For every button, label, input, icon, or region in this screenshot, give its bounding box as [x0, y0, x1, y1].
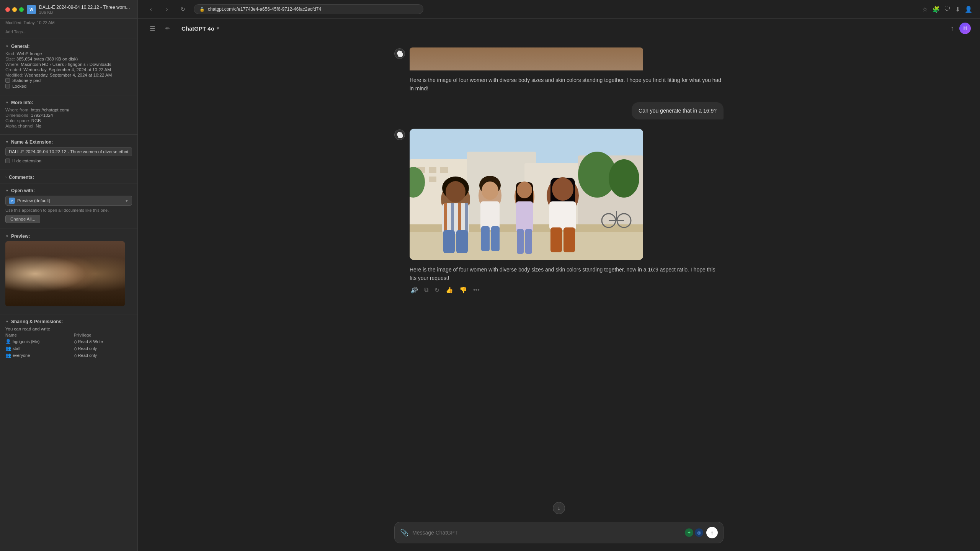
tool-icons: ✦ ◎ [685, 528, 703, 537]
thumbs-up-button[interactable]: 👍 [445, 286, 454, 294]
file-info-panel: W DALL-E 2024-09-04 10.22.12 - Three wom… [0, 0, 138, 551]
open-with-label: Open with: [11, 188, 35, 193]
model-chevron-icon: ▾ [217, 26, 219, 31]
assistant-text-0: Here is the image of four women with div… [410, 76, 724, 93]
modified-row: Modified: Wednesday, September 4, 2024 a… [5, 73, 132, 77]
bookmark-icon[interactable]: ☆ [922, 6, 928, 13]
svg-rect-36 [525, 229, 532, 254]
app-icon: P [9, 198, 15, 204]
user-profile-icon[interactable]: 👤 [965, 6, 972, 13]
chat-scroll-area[interactable]: Here is the image of four women with div… [138, 38, 980, 499]
message-assistant-2: Here is the image of four women with div… [394, 129, 724, 294]
generated-image-16-9[interactable] [410, 129, 643, 260]
sidebar-toggle-button[interactable]: ☰ [147, 23, 158, 34]
svg-rect-21 [458, 203, 461, 234]
filename-label: DALL-E 2024-09-04 10.22.12 - Three wom..… [39, 5, 132, 10]
chevron-icon: ▼ [5, 44, 9, 48]
locked-checkbox[interactable] [5, 84, 10, 88]
svg-point-11 [609, 159, 639, 198]
svg-point-17 [446, 181, 466, 203]
assistant-text-2: Here is the image of four women with div… [410, 265, 724, 283]
close-button[interactable] [5, 7, 10, 12]
sharing-info: You can read and write [5, 327, 132, 331]
url-bar[interactable]: 🔒 chatgpt.com/c/e17743e4-a656-45f6-9712-… [194, 4, 423, 14]
hide-ext-row: Hide extension [5, 159, 132, 163]
perm-row-staff: 👥staff ◇ Read only [5, 345, 132, 352]
svg-rect-22 [465, 203, 468, 234]
copy-button[interactable]: ⧉ [423, 286, 429, 294]
more-info-content: Where from: https://chatgpt.com/ Dimensi… [0, 107, 137, 133]
add-tags-button[interactable]: Add Tags... [0, 28, 137, 37]
thumbs-down-button[interactable]: 👎 [459, 286, 468, 294]
perm-user-priv: ◇ Read & Write [74, 338, 132, 345]
more-info-section-header[interactable]: ▼ More Info: [0, 97, 137, 107]
image-svg [410, 129, 643, 260]
more-button[interactable]: ••• [472, 286, 480, 294]
tool-green-icon[interactable]: ✦ [685, 528, 693, 537]
perm-user-name: 👤hgrigonis (Me) [5, 338, 74, 345]
scroll-down-button[interactable]: ↓ [553, 502, 565, 514]
hide-ext-checkbox[interactable] [5, 159, 10, 163]
chatgpt-avatar [394, 48, 405, 59]
app-selector[interactable]: P Preview (default) ▼ [5, 196, 132, 206]
alpha-row: Alpha channel: No [5, 124, 132, 128]
message-input[interactable] [412, 530, 681, 536]
user-avatar[interactable]: H [959, 23, 971, 34]
svg-rect-29 [481, 226, 490, 251]
svg-rect-30 [491, 226, 500, 251]
perm-staff-name: 👥staff [5, 345, 74, 352]
scroll-down-area: ↓ [138, 499, 980, 517]
regenerate-button[interactable]: ↻ [434, 286, 440, 294]
forward-button[interactable]: › [162, 4, 172, 15]
filename-input[interactable]: DALL-E 2024-09-04 10.22.12 - Three women… [5, 147, 132, 156]
preview-section-header[interactable]: ▼ Preview: [0, 231, 137, 240]
svg-rect-19 [444, 203, 447, 234]
perm-header-row: Name Privilege [5, 332, 132, 338]
model-selector[interactable]: ChatGPT 4o ▾ [178, 23, 223, 34]
message-user-1: Can you generate that in a 16:9? [632, 102, 724, 119]
send-button[interactable]: ↑ [706, 527, 718, 538]
svg-rect-41 [550, 227, 562, 252]
main-panel: ‹ › ↻ 🔒 chatgpt.com/c/e17743e4-a656-45f6… [138, 0, 980, 551]
file-type-icon: W [27, 5, 36, 14]
general-section-header[interactable]: ▼ General: [0, 41, 137, 51]
chevron-icon: ▼ [5, 101, 9, 105]
name-ext-section-header[interactable]: ▼ Name & Extension: [0, 136, 137, 146]
assistant-row-0: Here is the image of four women with div… [394, 47, 724, 93]
svg-rect-34 [516, 201, 533, 232]
sharing-section-header[interactable]: ▼ Sharing & Permissions: [0, 316, 137, 326]
profile-icon[interactable]: 🛡 [944, 6, 951, 13]
chevron-icon: ▼ [5, 140, 9, 144]
kind-row: Kind: WebP Image [5, 51, 132, 56]
comments-section-header[interactable]: › Comments: [0, 172, 137, 181]
tool-blue-icon[interactable]: ◎ [695, 528, 703, 537]
maximize-button[interactable] [19, 7, 24, 12]
change-all-button[interactable]: Change All... [5, 215, 40, 223]
user-bubble-1: Can you generate that in a 16:9? [632, 102, 724, 119]
share-button[interactable]: ↑ [951, 25, 954, 33]
chat-header-right: ↑ H [951, 23, 971, 34]
chevron-icon: ▼ [5, 234, 9, 238]
assistant-row-2: Here is the image of four women with div… [394, 129, 724, 294]
stationery-checkbox[interactable] [5, 78, 10, 83]
edit-button[interactable]: ✏ [162, 23, 173, 34]
reload-button[interactable]: ↻ [178, 4, 188, 15]
traffic-lights [5, 7, 24, 12]
attach-button[interactable]: 📎 [400, 528, 408, 537]
where-row: Where: Macintosh HD › Users › hgrigonis … [5, 62, 132, 67]
chat-inner: Here is the image of four women with div… [394, 47, 724, 294]
svg-rect-24 [456, 230, 468, 253]
preview-image-content [5, 241, 125, 306]
perm-row-everyone: 👥everyone ◇ Read only [5, 352, 132, 359]
audio-button[interactable]: 🔊 [410, 286, 419, 294]
perm-everyone-name: 👥everyone [5, 352, 74, 359]
back-button[interactable]: ‹ [145, 4, 156, 15]
download-icon[interactable]: ⬇ [955, 6, 960, 13]
perm-staff-priv: ◇ Read only [74, 345, 132, 352]
open-with-section-header[interactable]: ▼ Open with: [0, 185, 137, 195]
dropdown-arrow-icon: ▼ [125, 199, 129, 203]
minimize-button[interactable] [12, 7, 17, 12]
title-bar: W DALL-E 2024-09-04 10.22.12 - Three wom… [0, 0, 137, 19]
extensions-icon[interactable]: 🧩 [932, 6, 940, 13]
action-row: 🔊 ⧉ ↻ 👍 👎 ••• [410, 286, 724, 294]
